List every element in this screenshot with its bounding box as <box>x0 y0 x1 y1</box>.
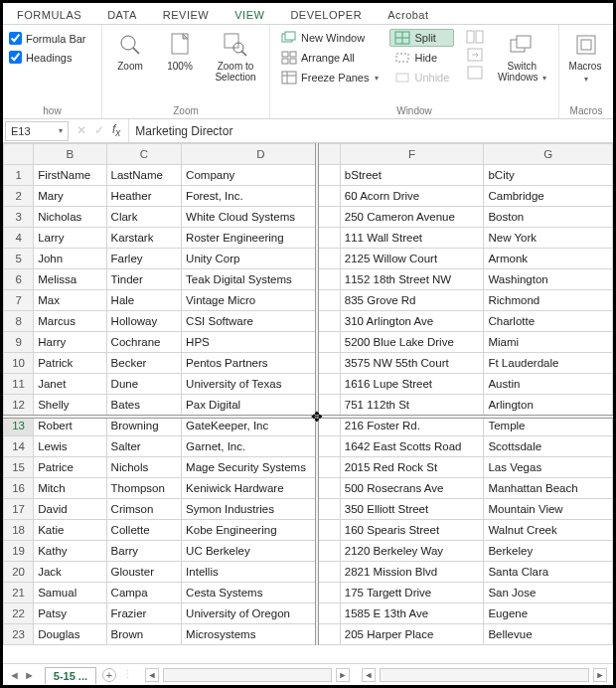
unhide-button[interactable]: Unhide <box>389 69 454 86</box>
row-header[interactable]: 2 <box>4 186 34 207</box>
new-window-button[interactable]: New Window <box>276 29 384 47</box>
headings-checkbox[interactable]: Headings <box>9 48 72 67</box>
cell[interactable]: Arlington <box>484 395 613 416</box>
cell[interactable]: Marcus <box>34 311 106 332</box>
cell[interactable]: Janet <box>34 374 106 395</box>
row-header[interactable]: 22 <box>4 603 34 624</box>
cell[interactable]: Nichols <box>106 457 182 478</box>
cell[interactable]: Samual <box>34 583 106 603</box>
select-all[interactable] <box>4 144 34 165</box>
next-sheet-icon[interactable]: ► <box>24 669 35 681</box>
cell[interactable]: 1585 E 13th Ave <box>340 603 484 624</box>
cell[interactable]: Melissa <box>34 269 106 290</box>
cell[interactable]: Ft Lauderdale <box>484 353 613 374</box>
cell[interactable]: 205 Harper Place <box>340 624 484 645</box>
scroll-track[interactable] <box>163 668 332 682</box>
cell[interactable]: David <box>34 499 106 520</box>
sheet-tab[interactable]: 5-15 ... <box>45 667 96 684</box>
row-header[interactable]: 16 <box>4 478 34 499</box>
cell[interactable]: Walnut Creek <box>484 520 613 541</box>
formula-input[interactable]: Marketing Director <box>128 119 613 142</box>
row-header[interactable]: 4 <box>4 228 34 249</box>
cell[interactable]: Holloway <box>106 311 182 332</box>
arrange-all-button[interactable]: Arrange All <box>276 49 384 67</box>
enter-icon[interactable]: ✓ <box>94 123 104 137</box>
cell[interactable]: Austin <box>484 374 613 395</box>
cell[interactable]: Shelly <box>34 395 106 416</box>
name-box[interactable]: E13 ▾ <box>5 121 69 141</box>
cell[interactable]: Manhattan Beach <box>484 478 613 499</box>
row-header[interactable]: 11 <box>4 374 34 395</box>
tab-formulas[interactable]: FORMULAS <box>13 7 85 24</box>
cell[interactable]: Heather <box>106 186 182 207</box>
cell[interactable]: Hale <box>106 290 182 311</box>
cell[interactable]: 2120 Berkeley Way <box>340 541 484 562</box>
cell[interactable]: Cambridge <box>484 186 613 207</box>
prev-sheet-icon[interactable]: ◄ <box>9 669 20 681</box>
cell[interactable]: Becker <box>106 353 182 374</box>
cell[interactable]: Patrick <box>34 353 106 374</box>
scroll-right-icon[interactable]: ► <box>593 668 607 682</box>
cell[interactable]: bCity <box>484 165 613 186</box>
row-header[interactable]: 20 <box>4 562 34 583</box>
formula-bar-checkbox[interactable]: Formula Bar <box>9 29 86 48</box>
cell[interactable]: Thompson <box>106 478 182 499</box>
cell[interactable]: 160 Spearis Street <box>340 520 484 541</box>
cell[interactable]: 835 Grove Rd <box>340 290 484 311</box>
sync-scroll-icon[interactable] <box>466 47 484 63</box>
cell[interactable]: Washington <box>484 269 613 290</box>
zoom-to-selection-button[interactable]: Zoom to Selection <box>208 29 263 85</box>
tab-view[interactable]: VIEW <box>231 7 268 24</box>
cell[interactable]: Frazier <box>106 603 182 624</box>
scroll-left-icon[interactable]: ◄ <box>145 668 159 682</box>
cell[interactable]: 250 Cameron Avenue <box>340 207 484 228</box>
col-header-G[interactable]: G <box>484 144 613 165</box>
row-header[interactable]: 12 <box>4 395 34 416</box>
cell[interactable]: Jack <box>34 562 106 583</box>
tab-review[interactable]: REVIEW <box>159 7 213 24</box>
hscroll-left-pane[interactable]: ◄ ► <box>139 668 356 682</box>
checkbox-icon[interactable] <box>9 51 22 64</box>
switch-windows-button[interactable]: Switch Windows ▾ <box>494 29 549 86</box>
cell[interactable]: Mitch <box>34 478 106 499</box>
cell[interactable]: Max <box>34 290 106 311</box>
col-header-F[interactable]: F <box>340 144 484 165</box>
cell[interactable]: 2821 Mission Blvd <box>340 562 484 583</box>
cell[interactable]: Dune <box>106 374 182 395</box>
row-header[interactable]: 18 <box>4 520 34 541</box>
cell[interactable]: 310 Arlington Ave <box>340 311 484 332</box>
row-header[interactable]: 9 <box>4 332 34 353</box>
horizontal-split-bar[interactable] <box>3 415 613 419</box>
add-sheet-button[interactable]: + <box>102 668 116 682</box>
row-header[interactable]: 21 <box>4 583 34 603</box>
grid-table[interactable]: BCDFG 1FirstNameLastNameCompanybStreetbC… <box>3 143 613 645</box>
cell[interactable]: Berkeley <box>484 541 613 562</box>
cell[interactable]: 1642 East Scotts Road <box>340 436 484 457</box>
cell[interactable]: New York <box>484 228 613 249</box>
cell[interactable]: Clark <box>106 207 182 228</box>
row-header[interactable]: 7 <box>4 290 34 311</box>
cell[interactable]: LastName <box>106 165 182 186</box>
cell[interactable]: Salter <box>106 436 182 457</box>
zoom-100-button[interactable]: 100% <box>158 29 202 74</box>
cell[interactable]: Richmond <box>484 290 613 311</box>
cancel-icon[interactable]: ✕ <box>77 123 86 137</box>
col-header-C[interactable]: C <box>106 144 182 165</box>
cell[interactable]: Larry <box>34 228 106 249</box>
row-header[interactable]: 19 <box>4 541 34 562</box>
cell[interactable]: FirstName <box>34 165 106 186</box>
cell[interactable]: 3575 NW 55th Court <box>340 353 484 374</box>
row-header[interactable]: 3 <box>4 207 34 228</box>
cell[interactable]: 1152 18th Street NW <box>340 269 484 290</box>
cell[interactable]: Mary <box>34 186 106 207</box>
cell[interactable]: San Jose <box>484 583 613 603</box>
cell[interactable]: Mountain View <box>484 499 613 520</box>
scroll-right-icon[interactable]: ► <box>336 668 350 682</box>
cell[interactable]: Miami <box>484 332 613 353</box>
row-header[interactable]: 5 <box>4 249 34 269</box>
cell[interactable]: 60 Acorn Drive <box>340 186 484 207</box>
cell[interactable]: 2015 Red Rock St <box>340 457 484 478</box>
hide-button[interactable]: Hide <box>389 49 454 67</box>
tab-data[interactable]: DATA <box>103 7 141 24</box>
view-side-by-side-icon[interactable] <box>466 29 484 45</box>
